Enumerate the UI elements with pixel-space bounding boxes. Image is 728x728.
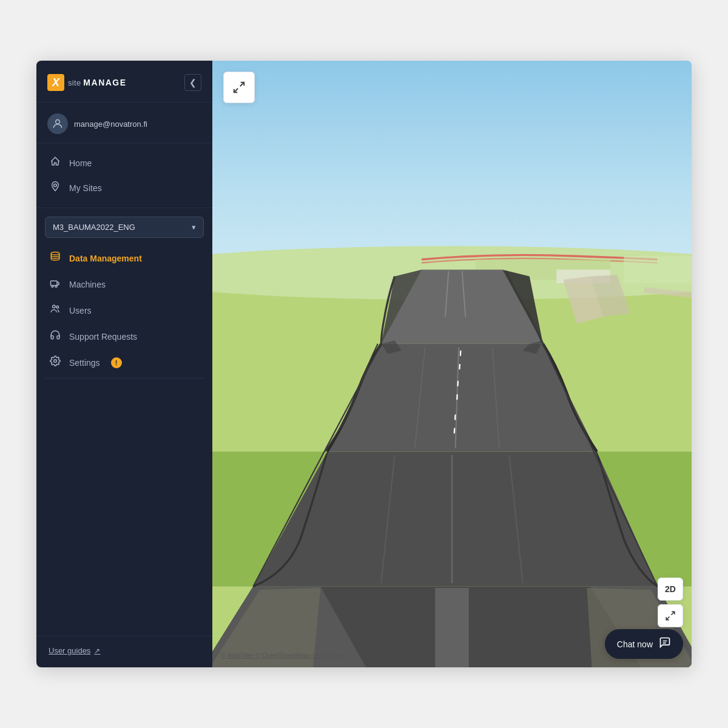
map-road-svg <box>212 61 692 667</box>
sidebar: X site MANAGE ❮ manage@novatron.fi <box>36 61 212 667</box>
svg-point-7 <box>56 306 59 308</box>
logo-text: site MANAGE <box>68 77 127 88</box>
my-sites-icon <box>49 181 62 195</box>
chevron-down-icon: ▾ <box>192 223 196 232</box>
collapse-sidebar-button[interactable]: ❮ <box>184 74 201 91</box>
svg-point-8 <box>54 360 57 363</box>
chat-bubble-icon <box>659 636 671 652</box>
logo: X site MANAGE <box>47 74 127 91</box>
map-2d-button[interactable]: 2D <box>658 578 683 601</box>
menu-item-machines[interactable]: Machines <box>36 271 212 297</box>
menu-item-users[interactable]: Users <box>36 297 212 323</box>
menu-section: Data Management Machines <box>36 241 212 636</box>
svg-rect-13 <box>624 256 692 283</box>
user-email: manage@novatron.fi <box>74 120 147 129</box>
svg-rect-3 <box>51 281 58 286</box>
user-guides-label: User guides <box>49 646 90 655</box>
data-management-icon <box>49 251 62 265</box>
site-dropdown-button[interactable]: M3_BAUMA2022_ENG ▾ <box>45 217 204 238</box>
map-attribution[interactable]: © MapTiler © OpenStreetMap contributors <box>221 652 346 659</box>
support-requests-icon <box>49 329 62 343</box>
menu-support-requests-label: Support Requests <box>69 332 137 342</box>
settings-warning-badge: ! <box>111 357 122 368</box>
menu-machines-label: Machines <box>69 280 106 289</box>
avatar <box>47 113 68 134</box>
user-section: manage@novatron.fi <box>36 103 212 143</box>
svg-rect-10 <box>212 61 692 277</box>
sidebar-divider <box>45 378 204 379</box>
map-fullscreen-button[interactable] <box>223 72 255 103</box>
home-icon <box>49 156 62 170</box>
site-selector: M3_BAUMA2022_ENG ▾ <box>45 217 204 238</box>
svg-point-1 <box>54 184 57 187</box>
settings-icon <box>49 356 62 369</box>
nav-home-label: Home <box>69 158 92 168</box>
nav-section: Home My Sites <box>36 143 212 208</box>
map-expand-button[interactable] <box>658 604 683 627</box>
menu-data-management-label: Data Management <box>69 254 142 263</box>
nav-item-my-sites[interactable]: My Sites <box>36 175 212 200</box>
users-icon <box>49 303 62 317</box>
menu-item-data-management[interactable]: Data Management <box>36 245 212 271</box>
map-2d-label: 2D <box>665 584 676 594</box>
menu-item-settings[interactable]: Settings ! <box>36 349 212 376</box>
menu-item-support-requests[interactable]: Support Requests <box>36 323 212 349</box>
sidebar-footer: User guides ↗ <box>36 636 212 667</box>
menu-settings-label: Settings <box>69 358 100 368</box>
logo-x-icon: X <box>47 74 64 91</box>
machines-icon <box>49 277 62 291</box>
chat-widget[interactable]: Chat now <box>605 629 683 659</box>
site-current-label: M3_BAUMA2022_ENG <box>53 223 135 232</box>
sidebar-header: X site MANAGE ❮ <box>36 61 212 103</box>
svg-point-0 <box>56 120 60 124</box>
svg-point-5 <box>55 286 57 288</box>
chat-label: Chat now <box>617 639 653 649</box>
external-link-icon: ↗ <box>94 647 100 655</box>
svg-point-6 <box>53 305 56 308</box>
nav-my-sites-label: My Sites <box>69 183 102 193</box>
svg-marker-29 <box>435 588 469 667</box>
svg-point-4 <box>52 286 53 288</box>
main-map-area: 2D © MapTiler © OpenStreetMap contributo… <box>212 61 692 667</box>
logo-site-text: site MANAGE <box>68 78 127 87</box>
menu-users-label: Users <box>69 306 92 315</box>
svg-point-2 <box>51 252 59 255</box>
nav-item-home[interactable]: Home <box>36 150 212 175</box>
user-guides-link[interactable]: User guides ↗ <box>49 646 200 655</box>
